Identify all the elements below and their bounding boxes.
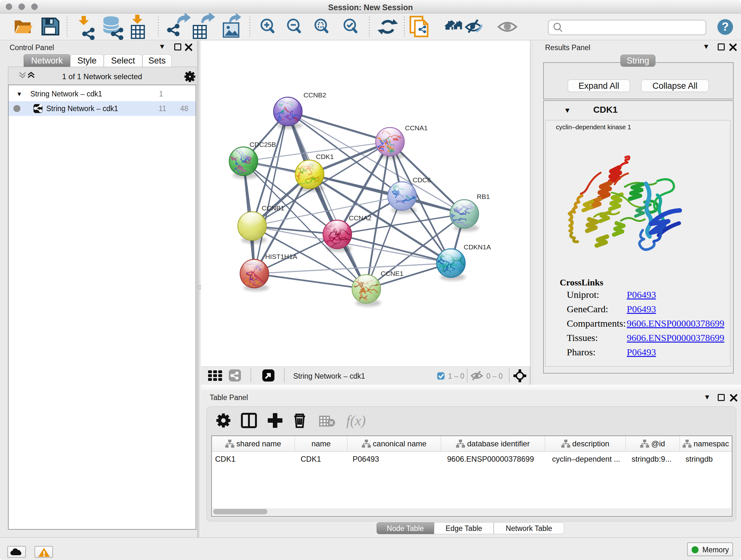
svg-text:CCNB2: CCNB2 — [304, 91, 326, 99]
svg-text:RB1: RB1 — [477, 193, 490, 200]
svg-text:CCNA1: CCNA1 — [405, 124, 428, 132]
svg-text:CDC25B: CDC25B — [250, 141, 276, 148]
svg-text:HIST1H1A: HIST1H1A — [265, 253, 297, 260]
svg-text:String Network – cdk1: String Network – cdk1 — [293, 372, 365, 380]
svg-text:f(x): f(x) — [346, 413, 366, 428]
svg-text:CCNB1: CCNB1 — [262, 204, 284, 212]
svg-text:CCNA2: CCNA2 — [349, 214, 372, 222]
svg-text:1 – 0: 1 – 0 — [448, 372, 464, 380]
svg-text:CDKN1A: CDKN1A — [464, 243, 491, 251]
svg-text:CDK1: CDK1 — [316, 153, 334, 160]
svg-text:0 – 0: 0 – 0 — [486, 372, 502, 380]
svg-text:CDC6: CDC6 — [413, 176, 431, 184]
svg-text:CCNE1: CCNE1 — [381, 270, 403, 277]
